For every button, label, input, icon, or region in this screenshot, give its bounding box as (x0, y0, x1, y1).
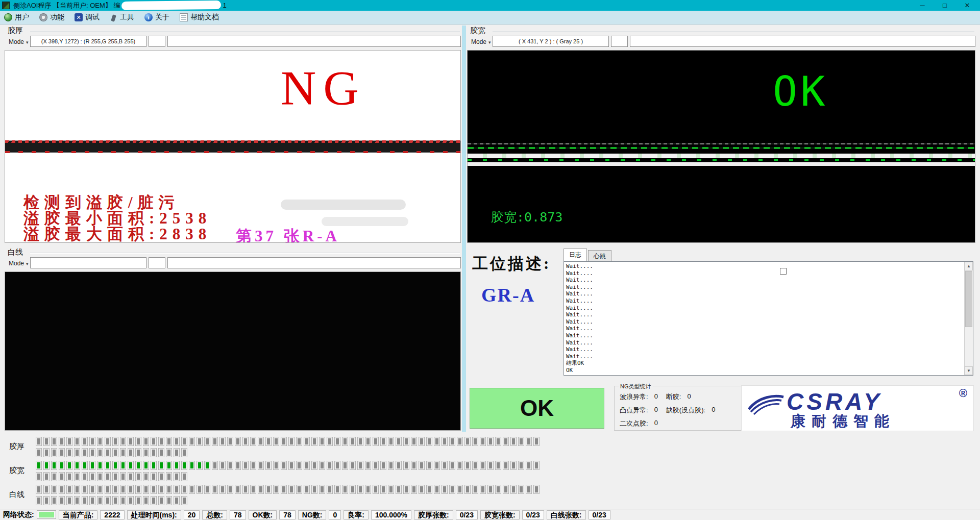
status-cell (281, 485, 287, 494)
statusbar-label: 白线张数: (547, 510, 586, 519)
status-cell (373, 461, 379, 470)
strip-line (468, 154, 975, 158)
tab-心跳[interactable]: 心跳 (588, 250, 611, 262)
status-cell (403, 437, 409, 446)
status-cell (273, 485, 279, 494)
status-cell (327, 437, 333, 446)
pixel-info-field[interactable] (30, 257, 146, 268)
status-cell (495, 437, 501, 446)
status-cell (533, 485, 540, 494)
mode-dropdown[interactable]: Mode (469, 37, 493, 47)
scroll-down-icon[interactable]: ▼ (965, 366, 973, 375)
chevron-down-icon (488, 38, 491, 45)
minimize-button[interactable]: ─ (919, 2, 926, 9)
log-scrollbar[interactable]: ▲ ▼ (964, 262, 973, 375)
status-cell (495, 485, 501, 494)
status-cell (36, 448, 42, 457)
panel-splitter[interactable] (462, 26, 466, 432)
statusbar-value: 100.000% (371, 510, 411, 519)
inspection-image-white-line[interactable] (5, 271, 461, 431)
status-cell (204, 461, 210, 470)
tab-日志[interactable]: 日志 (564, 249, 587, 262)
status-cell (74, 437, 80, 446)
log-line: Wait.... (566, 332, 962, 339)
status-cell (105, 448, 111, 457)
status-cell (464, 485, 471, 494)
scrollbar-thumb[interactable] (965, 271, 972, 327)
status-cell (487, 437, 494, 446)
toolbar-wide-field[interactable] (630, 36, 975, 47)
status-cell (533, 437, 540, 446)
toolbar-small-field[interactable] (611, 36, 628, 47)
status-cell (311, 461, 317, 470)
inspection-image-glue-width[interactable]: OK 胶宽:0.873 (467, 50, 975, 243)
status-cell (59, 437, 65, 446)
station-description-value: GR-A (481, 284, 535, 306)
status-cell (296, 461, 302, 470)
status-cell (135, 485, 141, 494)
menu-item-label: 帮助文档 (190, 13, 219, 22)
status-cell (227, 461, 233, 470)
status-cell (334, 437, 340, 446)
panel-glue-thickness: 胶厚 Mode (X 398,Y 1272) : (R 255,G 255,B … (4, 26, 462, 244)
statusbar-label: 胶厚张数: (414, 510, 453, 519)
inspection-image-glue-thickness[interactable]: NG 检测到溢胶/脏污 溢胶最小面积:2538 溢胶最大面积:2838 第37 … (5, 50, 461, 243)
overall-result-button[interactable]: OK (470, 388, 604, 429)
log-line: Wait.... (566, 263, 962, 270)
station-region: 工位描述: GR-A 日志心跳 Wait....Wait....Wait....… (466, 247, 976, 432)
menu-item-工具[interactable]: 工具 (110, 13, 134, 22)
toolbar-small-field[interactable] (149, 36, 165, 47)
menu-item-帮助文档[interactable]: 帮助文档 (180, 13, 219, 22)
maximize-button[interactable]: □ (941, 2, 948, 9)
pixel-info-field[interactable]: ( X 431, Y 2 ) : ( Gray 25 ) (493, 36, 609, 47)
status-cell (304, 437, 310, 446)
status-cell (135, 461, 141, 470)
status-cell (74, 461, 80, 470)
log-list[interactable]: Wait....Wait....Wait....Wait....Wait....… (565, 262, 964, 375)
statusbar-value: 2222 (100, 510, 124, 519)
result-text-ng: NG (281, 60, 366, 116)
status-cell (166, 472, 172, 481)
strip-group-label: 胶宽 (9, 466, 24, 476)
status-cell (89, 472, 95, 481)
mode-label: Mode (471, 38, 486, 45)
status-cell (151, 472, 157, 481)
menu-item-功能[interactable]: 功能 (39, 13, 64, 22)
status-cell (120, 485, 126, 494)
ng-stat-label: 断胶: (666, 392, 681, 402)
status-cell (128, 437, 134, 446)
small-checkbox[interactable] (780, 268, 787, 275)
toolbar-small-field[interactable] (149, 257, 165, 268)
menu-item-关于[interactable]: 关于 (144, 13, 169, 22)
menu-item-label: 调试 (85, 13, 100, 22)
status-cell (510, 485, 517, 494)
status-cell (166, 496, 172, 505)
toolbar-wide-field[interactable] (167, 36, 461, 47)
status-cell (174, 485, 180, 494)
mode-dropdown[interactable]: Mode (7, 37, 30, 47)
toolbar-wide-field[interactable] (167, 257, 461, 268)
defect-line: 溢胶最大面积:2838 (23, 226, 211, 242)
status-cell (59, 461, 65, 470)
status-cell (151, 461, 157, 470)
status-cell (327, 485, 333, 494)
statusbar-label: 当前产品: (59, 510, 98, 519)
menu-item-调试[interactable]: 调试 (75, 13, 100, 22)
status-cell (265, 485, 272, 494)
pixel-info-field[interactable]: (X 398,Y 1272) : (R 255,G 255,B 255) (30, 36, 146, 47)
status-cell (66, 437, 72, 446)
status-cell (288, 485, 295, 494)
glue-edge-strip (468, 143, 975, 171)
status-cell (480, 485, 486, 494)
strip-line (468, 143, 975, 144)
status-cell (388, 437, 394, 446)
menu-item-用户[interactable]: 用户 (4, 13, 29, 22)
close-button[interactable]: ✕ (964, 2, 971, 9)
status-cell (235, 485, 241, 494)
status-cell (36, 437, 42, 446)
status-cell (288, 437, 295, 446)
scroll-up-icon[interactable]: ▲ (965, 262, 973, 270)
status-cell (181, 448, 187, 457)
mode-dropdown[interactable]: Mode (7, 258, 30, 268)
status-cell (43, 485, 50, 494)
